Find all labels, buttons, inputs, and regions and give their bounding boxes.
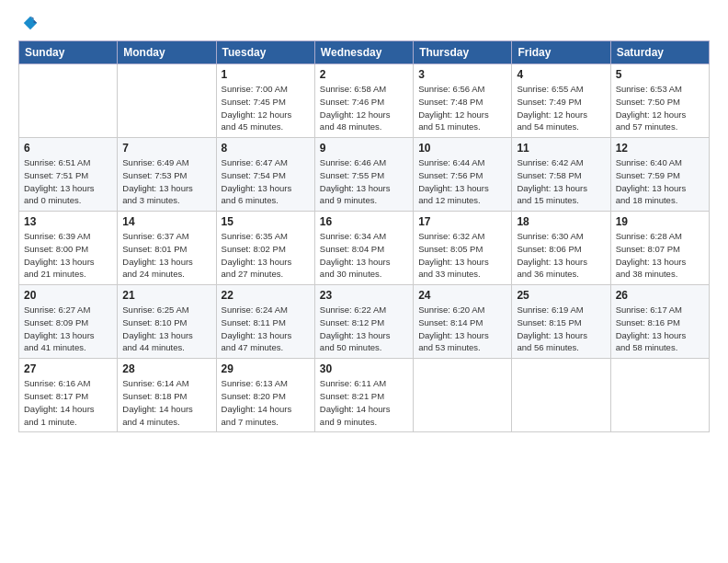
calendar-cell — [118, 64, 216, 138]
day-number: 30 — [320, 362, 408, 375]
header-row: SundayMondayTuesdayWednesdayThursdayFrid… — [19, 41, 710, 64]
day-info: Sunrise: 6:51 AM Sunset: 7:51 PM Dayligh… — [24, 156, 112, 207]
day-number: 21 — [122, 289, 210, 302]
calendar-cell: 5Sunrise: 6:53 AM Sunset: 7:50 PM Daylig… — [610, 64, 709, 138]
day-number: 23 — [320, 289, 408, 302]
day-info: Sunrise: 6:39 AM Sunset: 8:00 PM Dayligh… — [24, 230, 112, 281]
day-number: 3 — [418, 68, 506, 81]
day-number: 17 — [418, 215, 506, 228]
calendar-cell: 4Sunrise: 6:55 AM Sunset: 7:49 PM Daylig… — [512, 64, 610, 138]
day-info: Sunrise: 6:24 AM Sunset: 8:11 PM Dayligh… — [222, 304, 310, 354]
day-number: 29 — [222, 362, 310, 375]
day-number: 13 — [24, 215, 112, 228]
day-info: Sunrise: 6:16 AM Sunset: 8:17 PM Dayligh… — [24, 377, 112, 428]
day-info: Sunrise: 6:58 AM Sunset: 7:46 PM Dayligh… — [320, 83, 408, 133]
day-number: 1 — [222, 68, 310, 81]
col-header-sunday: Sunday — [19, 41, 118, 64]
day-number: 19 — [616, 215, 704, 228]
day-number: 4 — [517, 68, 605, 81]
day-info: Sunrise: 6:44 AM Sunset: 7:56 PM Dayligh… — [418, 156, 506, 207]
day-info: Sunrise: 6:30 AM Sunset: 8:06 PM Dayligh… — [517, 230, 605, 281]
calendar-cell: 28Sunrise: 6:14 AM Sunset: 8:18 PM Dayli… — [118, 359, 216, 432]
calendar-cell: 29Sunrise: 6:13 AM Sunset: 8:20 PM Dayli… — [216, 359, 314, 432]
calendar-cell: 3Sunrise: 6:56 AM Sunset: 7:48 PM Daylig… — [414, 64, 512, 138]
col-header-saturday: Saturday — [610, 41, 709, 64]
day-info: Sunrise: 6:25 AM Sunset: 8:10 PM Dayligh… — [122, 304, 210, 354]
day-number: 26 — [616, 289, 704, 302]
calendar-cell: 24Sunrise: 6:20 AM Sunset: 8:14 PM Dayli… — [414, 285, 512, 359]
day-info: Sunrise: 6:37 AM Sunset: 8:01 PM Dayligh… — [122, 230, 210, 281]
day-info: Sunrise: 7:00 AM Sunset: 7:45 PM Dayligh… — [222, 83, 310, 133]
day-number: 14 — [122, 215, 210, 228]
day-info: Sunrise: 6:17 AM Sunset: 8:16 PM Dayligh… — [616, 304, 704, 354]
day-info: Sunrise: 6:46 AM Sunset: 7:55 PM Dayligh… — [320, 156, 408, 207]
calendar-cell: 25Sunrise: 6:19 AM Sunset: 8:15 PM Dayli… — [512, 285, 610, 359]
day-info: Sunrise: 6:47 AM Sunset: 7:54 PM Dayligh… — [222, 156, 310, 207]
day-info: Sunrise: 6:55 AM Sunset: 7:49 PM Dayligh… — [517, 83, 605, 133]
day-number: 7 — [122, 142, 210, 155]
day-info: Sunrise: 6:28 AM Sunset: 8:07 PM Dayligh… — [616, 230, 704, 281]
calendar-cell: 17Sunrise: 6:32 AM Sunset: 8:05 PM Dayli… — [414, 212, 512, 285]
calendar-cell: 21Sunrise: 6:25 AM Sunset: 8:10 PM Dayli… — [118, 285, 216, 359]
calendar-cell: 11Sunrise: 6:42 AM Sunset: 7:58 PM Dayli… — [512, 138, 610, 212]
day-info: Sunrise: 6:56 AM Sunset: 7:48 PM Dayligh… — [418, 83, 506, 133]
week-row-4: 27Sunrise: 6:16 AM Sunset: 8:17 PM Dayli… — [19, 359, 710, 432]
logo-icon — [22, 15, 39, 31]
calendar-cell: 12Sunrise: 6:40 AM Sunset: 7:59 PM Dayli… — [610, 138, 709, 212]
day-number: 10 — [418, 142, 506, 155]
calendar-cell: 13Sunrise: 6:39 AM Sunset: 8:00 PM Dayli… — [19, 212, 118, 285]
day-number: 25 — [517, 289, 605, 302]
logo — [18, 15, 39, 31]
calendar-cell: 22Sunrise: 6:24 AM Sunset: 8:11 PM Dayli… — [216, 285, 314, 359]
day-info: Sunrise: 6:40 AM Sunset: 7:59 PM Dayligh… — [616, 156, 704, 207]
calendar-cell: 26Sunrise: 6:17 AM Sunset: 8:16 PM Dayli… — [610, 285, 709, 359]
calendar-cell: 1Sunrise: 7:00 AM Sunset: 7:45 PM Daylig… — [216, 64, 314, 138]
calendar-table: SundayMondayTuesdayWednesdayThursdayFrid… — [18, 40, 710, 432]
day-number: 6 — [24, 142, 112, 155]
calendar-cell: 10Sunrise: 6:44 AM Sunset: 7:56 PM Dayli… — [414, 138, 512, 212]
day-number: 8 — [222, 142, 310, 155]
day-number: 5 — [616, 68, 704, 81]
week-row-2: 13Sunrise: 6:39 AM Sunset: 8:00 PM Dayli… — [19, 212, 710, 285]
calendar-cell: 18Sunrise: 6:30 AM Sunset: 8:06 PM Dayli… — [512, 212, 610, 285]
day-number: 18 — [517, 215, 605, 228]
day-info: Sunrise: 6:20 AM Sunset: 8:14 PM Dayligh… — [418, 304, 506, 354]
day-number: 24 — [418, 289, 506, 302]
day-info: Sunrise: 6:42 AM Sunset: 7:58 PM Dayligh… — [517, 156, 605, 207]
calendar-cell — [414, 359, 512, 432]
day-number: 2 — [320, 68, 408, 81]
week-row-1: 6Sunrise: 6:51 AM Sunset: 7:51 PM Daylig… — [19, 138, 710, 212]
calendar-cell: 30Sunrise: 6:11 AM Sunset: 8:21 PM Dayli… — [314, 359, 413, 432]
day-number: 22 — [222, 289, 310, 302]
day-info: Sunrise: 6:22 AM Sunset: 8:12 PM Dayligh… — [320, 304, 408, 354]
day-number: 12 — [616, 142, 704, 155]
page: SundayMondayTuesdayWednesdayThursdayFrid… — [0, 0, 728, 563]
calendar-cell: 23Sunrise: 6:22 AM Sunset: 8:12 PM Dayli… — [314, 285, 413, 359]
calendar-cell — [19, 64, 118, 138]
week-row-3: 20Sunrise: 6:27 AM Sunset: 8:09 PM Dayli… — [19, 285, 710, 359]
calendar-cell — [512, 359, 610, 432]
day-info: Sunrise: 6:27 AM Sunset: 8:09 PM Dayligh… — [24, 304, 112, 354]
day-info: Sunrise: 6:49 AM Sunset: 7:53 PM Dayligh… — [122, 156, 210, 207]
calendar-cell: 15Sunrise: 6:35 AM Sunset: 8:02 PM Dayli… — [216, 212, 314, 285]
day-info: Sunrise: 6:19 AM Sunset: 8:15 PM Dayligh… — [517, 304, 605, 354]
day-number: 20 — [24, 289, 112, 302]
calendar-cell: 9Sunrise: 6:46 AM Sunset: 7:55 PM Daylig… — [314, 138, 413, 212]
day-number: 28 — [122, 362, 210, 375]
day-info: Sunrise: 6:35 AM Sunset: 8:02 PM Dayligh… — [222, 230, 310, 281]
day-number: 11 — [517, 142, 605, 155]
day-number: 16 — [320, 215, 408, 228]
calendar-cell: 27Sunrise: 6:16 AM Sunset: 8:17 PM Dayli… — [19, 359, 118, 432]
day-info: Sunrise: 6:14 AM Sunset: 8:18 PM Dayligh… — [122, 377, 210, 428]
calendar-cell: 8Sunrise: 6:47 AM Sunset: 7:54 PM Daylig… — [216, 138, 314, 212]
calendar-cell: 20Sunrise: 6:27 AM Sunset: 8:09 PM Dayli… — [19, 285, 118, 359]
day-info: Sunrise: 6:34 AM Sunset: 8:04 PM Dayligh… — [320, 230, 408, 281]
day-number: 15 — [222, 215, 310, 228]
week-row-0: 1Sunrise: 7:00 AM Sunset: 7:45 PM Daylig… — [19, 64, 710, 138]
calendar-cell — [610, 359, 709, 432]
calendar-cell: 6Sunrise: 6:51 AM Sunset: 7:51 PM Daylig… — [19, 138, 118, 212]
calendar-cell: 16Sunrise: 6:34 AM Sunset: 8:04 PM Dayli… — [314, 212, 413, 285]
day-info: Sunrise: 6:32 AM Sunset: 8:05 PM Dayligh… — [418, 230, 506, 281]
col-header-wednesday: Wednesday — [314, 41, 413, 64]
col-header-friday: Friday — [512, 41, 610, 64]
